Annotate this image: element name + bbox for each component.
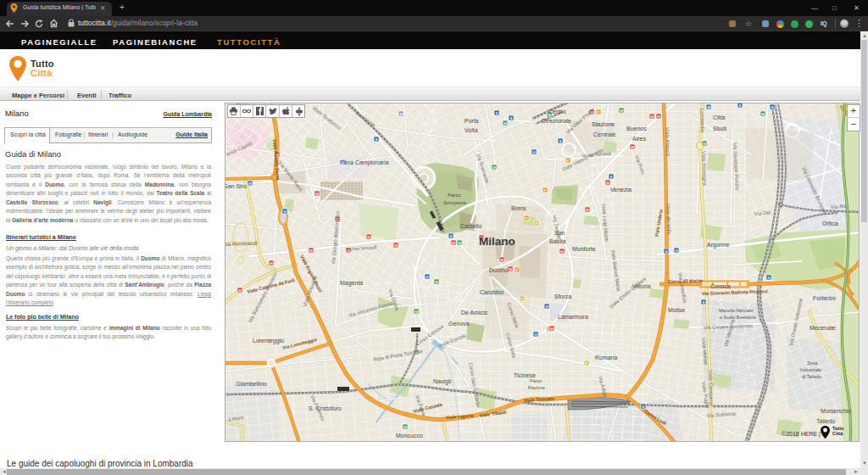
svg-text:M: M — [606, 181, 609, 185]
svg-text:M: M — [631, 145, 634, 149]
svg-text:M: M — [270, 261, 273, 265]
svg-text:Brera: Brera — [511, 205, 526, 211]
svg-text:Macello Mercato: Macello Mercato — [719, 308, 753, 313]
svg-text:S: S — [703, 300, 705, 305]
svg-text:Parco: Parco — [448, 193, 461, 198]
svg-text:Giambellino: Giambellino — [236, 381, 267, 387]
svg-text:M: M — [650, 115, 654, 119]
svg-text:di Taliedo: di Taliedo — [802, 374, 821, 379]
svg-text:Città: Città — [713, 115, 726, 120]
svg-text:M: M — [238, 288, 242, 293]
svg-text:M: M — [703, 142, 706, 146]
svg-text:M: M — [458, 241, 461, 245]
svg-text:©2018 HERE |: ©2018 HERE | — [782, 431, 821, 438]
svg-text:P: P — [598, 110, 600, 115]
svg-text:Magenta: Magenta — [340, 280, 363, 287]
svg-text:Ortica: Ortica — [822, 221, 838, 226]
svg-text:Sempione: Sempione — [443, 200, 467, 205]
svg-text:M: M — [550, 327, 554, 331]
svg-text:M: M — [394, 243, 398, 248]
svg-text:Viale Abruzzi: Viale Abruzzi — [665, 127, 670, 157]
svg-text:Industriale: Industriale — [800, 367, 821, 372]
svg-text:Mecenate: Mecenate — [810, 325, 836, 331]
svg-text:S: S — [771, 105, 774, 109]
svg-text:M: M — [309, 249, 313, 253]
svg-text:Romana: Romana — [595, 355, 618, 360]
svg-text:H: H — [283, 210, 286, 214]
svg-text:S: S — [739, 103, 742, 108]
svg-text:P: P — [586, 361, 588, 366]
svg-text:P: P — [536, 221, 538, 226]
svg-text:Buenos: Buenos — [626, 126, 647, 131]
svg-text:Parco: Parco — [530, 378, 542, 383]
svg-text:S: S — [450, 234, 453, 238]
svg-text:M: M — [620, 109, 623, 113]
svg-text:P: P — [544, 188, 547, 193]
svg-text:Lombardia: Lombardia — [699, 109, 705, 133]
svg-text:M: M — [586, 208, 589, 212]
svg-text:M: M — [707, 105, 710, 109]
svg-text:De Amicis: De Amicis — [461, 310, 488, 316]
svg-text:M: M — [560, 249, 564, 254]
svg-text:M: M — [492, 165, 496, 170]
svg-text:P: P — [516, 268, 519, 272]
svg-text:Taliedo: Taliedo — [816, 418, 835, 424]
svg-text:H: H — [532, 150, 535, 154]
svg-text:M: M — [761, 112, 765, 116]
svg-text:M: M — [509, 267, 512, 271]
svg-text:H: H — [426, 275, 428, 279]
svg-text:M: M — [367, 235, 370, 239]
svg-text:S: S — [496, 111, 498, 115]
svg-text:Moncucco: Moncucco — [396, 433, 423, 439]
svg-text:M: M — [500, 258, 504, 262]
svg-text:M: M — [504, 121, 507, 126]
svg-text:H: H — [675, 249, 677, 253]
svg-text:Ravizza: Ravizza — [528, 385, 546, 390]
svg-text:Lorenteggio: Lorenteggio — [253, 338, 284, 344]
svg-text:P: P — [567, 159, 570, 163]
svg-text:Stazione: Stazione — [592, 121, 615, 127]
svg-text:Duomo: Duomo — [489, 267, 509, 273]
svg-text:M: M — [403, 425, 407, 429]
svg-text:Sforza: Sforza — [554, 293, 571, 299]
svg-text:Ticinese: Ticinese — [514, 372, 536, 378]
svg-text:S: S — [559, 139, 562, 143]
svg-text:e Scalo Bestiame: e Scalo Bestiame — [720, 315, 756, 320]
svg-text:Carobbio: Carobbio — [480, 289, 504, 295]
svg-text:Genova: Genova — [448, 321, 470, 327]
svg-text:M: M — [248, 182, 252, 186]
svg-text:S: S — [510, 116, 513, 120]
svg-text:M: M — [657, 115, 660, 119]
svg-text:Milano: Milano — [479, 235, 515, 248]
svg-text:Monforte: Monforte — [572, 246, 596, 252]
svg-text:Navigli: Navigli — [433, 378, 451, 385]
svg-text:S. Cristoforo: S. Cristoforo — [309, 405, 342, 411]
svg-text:H: H — [545, 305, 548, 309]
svg-text:Centrale: Centrale — [593, 131, 616, 137]
svg-text:S: S — [610, 175, 613, 179]
svg-text:M: M — [415, 310, 418, 314]
svg-text:S: S — [665, 249, 668, 254]
svg-text:Aires: Aires — [632, 136, 646, 142]
svg-text:P: P — [521, 297, 524, 301]
svg-text:M: M — [452, 241, 455, 245]
svg-text:Forlanini: Forlanini — [813, 295, 836, 301]
svg-text:S: S — [376, 137, 378, 142]
svg-text:Direzionale: Direzionale — [542, 118, 571, 124]
svg-text:Lamarmora: Lamarmora — [558, 314, 588, 320]
svg-text:Corsica: Corsica — [710, 283, 731, 289]
svg-text:Argonne: Argonne — [707, 242, 730, 249]
svg-text:Centro: Centro — [548, 109, 566, 115]
svg-text:M: M — [435, 280, 438, 284]
svg-text:Zona: Zona — [807, 360, 818, 366]
svg-text:Morsenchio: Morsenchio — [821, 408, 851, 414]
svg-text:Porta: Porta — [465, 118, 479, 124]
svg-text:Studi: Studi — [713, 126, 726, 131]
svg-text:M: M — [315, 192, 319, 196]
svg-text:Castello: Castello — [460, 223, 481, 229]
svg-text:Venezia: Venezia — [610, 187, 632, 193]
svg-text:S: S — [643, 405, 645, 409]
svg-text:Città: Città — [832, 431, 843, 436]
svg-text:Molise: Molise — [668, 307, 685, 313]
svg-text:S: S — [768, 276, 771, 280]
